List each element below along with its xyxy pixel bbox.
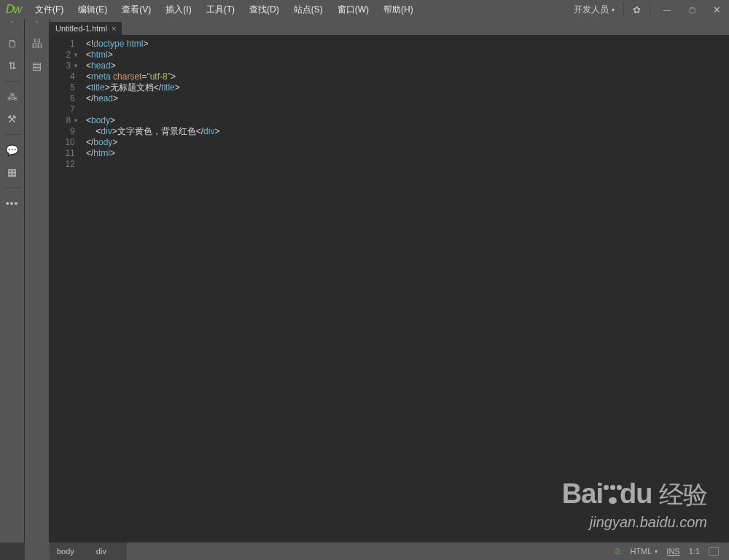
panel-icon[interactable]: ▦ <box>6 166 19 179</box>
panel-handle-icon[interactable]: " <box>36 20 39 28</box>
menu-item[interactable]: 窗口(W) <box>330 4 376 16</box>
wrench-icon[interactable]: ⚒ <box>6 112 19 125</box>
breadcrumb-item[interactable]: div <box>89 542 127 560</box>
divider <box>623 2 624 17</box>
close-icon[interactable]: × <box>112 24 116 33</box>
close-button[interactable]: ✕ <box>707 3 726 16</box>
breadcrumb: bodydiv <box>50 542 121 560</box>
wand-icon[interactable]: ⁂ <box>6 90 19 104</box>
document-tabs: Untitled-1.html × <box>50 19 729 35</box>
tab-label: Untitled-1.html <box>55 24 107 33</box>
tab-active[interactable]: Untitled-1.html × <box>50 22 122 35</box>
gear-icon[interactable]: ✿ <box>628 4 645 15</box>
main-menu: 文件(F)编辑(E)查看(V)插入(I)工具(T)查找(D)站点(S)窗口(W)… <box>28 4 421 16</box>
menu-item[interactable]: 插入(I) <box>158 4 198 16</box>
menu-item[interactable]: 文件(F) <box>28 4 71 16</box>
left-toolbar: " 🗋 ⇅ ⁂ ⚒ 💬 ▦ ••• <box>0 19 25 542</box>
language-selector[interactable]: HTML▾ <box>630 547 658 556</box>
menu-item[interactable]: 编辑(E) <box>71 4 114 16</box>
divider <box>4 187 20 188</box>
snippets-icon[interactable]: ▤ <box>31 59 44 72</box>
cursor-position: 1:1 <box>689 547 700 556</box>
files-panel-rail: " 品 ▤ <box>25 19 50 542</box>
sitemap-icon[interactable]: 品 <box>31 37 44 50</box>
divider <box>650 2 650 17</box>
menu-item[interactable]: 站点(S) <box>286 4 330 16</box>
code-editor[interactable]: 1 2▼3▼4 5 6 7 8▼9 10 11 12 <!doctype htm… <box>50 35 729 542</box>
comment-icon[interactable]: 💬 <box>6 144 19 157</box>
breadcrumb-item[interactable]: body <box>50 542 95 560</box>
save-icon[interactable] <box>709 547 719 556</box>
title-bar: Dw 文件(F)编辑(E)查看(V)插入(I)工具(T)查找(D)站点(S)窗口… <box>0 0 729 19</box>
more-icon[interactable]: ••• <box>6 197 19 210</box>
menu-item[interactable]: 帮助(H) <box>376 4 421 16</box>
arrows-icon[interactable]: ⇅ <box>6 59 19 72</box>
menu-item[interactable]: 查找(D) <box>242 4 286 16</box>
app-logo: Dw <box>0 3 28 16</box>
chevron-down-icon: ▾ <box>612 7 615 13</box>
status-bar: bodydiv ⊘ HTML▾ INS 1:1 <box>25 542 729 560</box>
menu-item[interactable]: 工具(T) <box>199 4 242 16</box>
panel-handle-icon[interactable]: " <box>11 20 14 28</box>
workspace-switcher[interactable]: 开发人员▾ <box>569 4 619 16</box>
line-gutter: 1 2▼3▼4 5 6 7 8▼9 10 11 12 <box>50 35 83 542</box>
divider <box>4 134 20 135</box>
insert-mode[interactable]: INS <box>666 547 679 556</box>
file-icon[interactable]: 🗋 <box>6 37 19 50</box>
chevron-down-icon: ▾ <box>655 548 658 555</box>
code-content[interactable]: <!doctype html><html><head><meta charset… <box>83 35 729 542</box>
check-icon[interactable]: ⊘ <box>614 546 621 556</box>
maximize-button[interactable]: ▢ <box>682 3 701 16</box>
menu-item[interactable]: 查看(V) <box>114 4 158 16</box>
divider <box>4 81 20 82</box>
minimize-button[interactable]: — <box>658 3 677 16</box>
